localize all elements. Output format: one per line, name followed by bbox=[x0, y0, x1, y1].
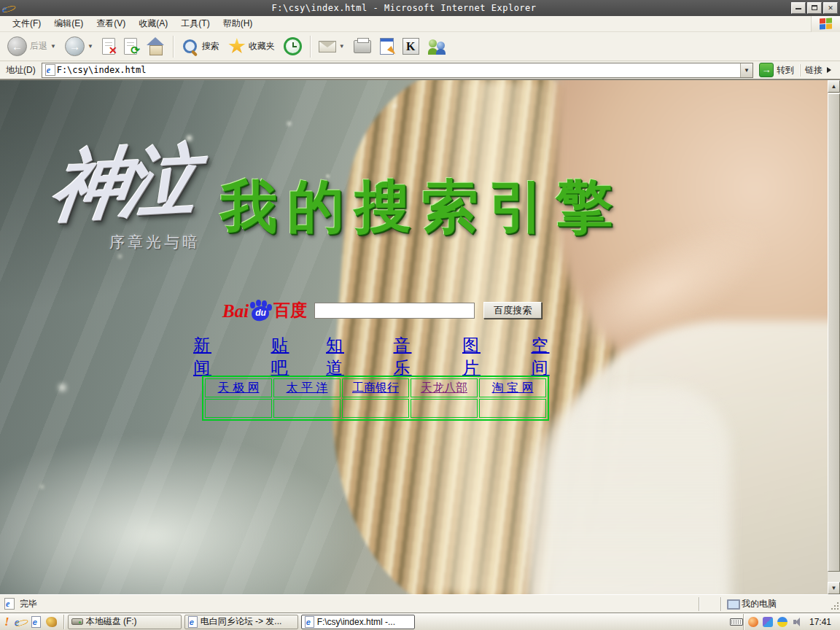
menu-favorites[interactable]: 收藏(A) bbox=[132, 15, 174, 32]
security-zone-pane: 我的电脑 bbox=[720, 597, 830, 611]
toolbar-separator bbox=[310, 36, 311, 58]
nav-link-zhidao[interactable]: 知道 bbox=[326, 334, 362, 379]
go-button[interactable]: → 转到 bbox=[756, 62, 797, 78]
drive-icon bbox=[71, 618, 83, 625]
baidu-search-input[interactable] bbox=[314, 303, 475, 319]
site-link-taobao[interactable]: 淘 宝 网 bbox=[492, 381, 534, 394]
go-arrow-icon: → bbox=[759, 63, 774, 77]
page-scrollbar: ▲ ▼ bbox=[828, 80, 840, 594]
background-fog bbox=[0, 434, 357, 594]
site-link-tianlongbabu[interactable]: 天龙八部 bbox=[421, 381, 467, 394]
refresh-button[interactable]: ⟳ bbox=[121, 36, 140, 56]
window-title: F:\csy\index.html - Microsoft Internet E… bbox=[17, 3, 791, 13]
ie-doc-icon: e bbox=[188, 616, 198, 628]
resize-grip[interactable] bbox=[830, 597, 840, 611]
address-input[interactable] bbox=[57, 64, 740, 77]
scrollbar-thumb[interactable] bbox=[828, 93, 840, 572]
address-bar: 地址(D) e ▼ → 转到 链接 bbox=[0, 61, 840, 80]
scroll-up-icon[interactable]: ▲ bbox=[828, 80, 840, 93]
menu-file[interactable]: 文件(F) bbox=[6, 15, 47, 32]
home-icon bbox=[146, 39, 165, 55]
site-link-icbc[interactable]: 工商银行 bbox=[352, 381, 399, 394]
site-links-table: 天 极 网 太 平 洋 工商银行 天龙八部 淘 宝 网 bbox=[202, 376, 549, 421]
address-dropdown-icon[interactable]: ▼ bbox=[740, 63, 752, 77]
messenger-button[interactable] bbox=[425, 36, 448, 56]
menu-bar: 文件(F) 编辑(E) 查看(V) 收藏(A) 工具(T) 帮助(H) bbox=[0, 16, 840, 32]
stop-button[interactable]: ✕ bbox=[99, 36, 118, 56]
scroll-down-icon[interactable]: ▼ bbox=[828, 582, 840, 594]
menu-edit[interactable]: 编辑(E) bbox=[47, 15, 90, 32]
links-expand-icon bbox=[827, 67, 831, 73]
restore-button[interactable] bbox=[807, 2, 822, 14]
nav-link-space[interactable]: 空间 bbox=[532, 334, 567, 379]
site-link-pconline[interactable]: 太 平 洋 bbox=[287, 381, 328, 394]
address-field: e ▼ bbox=[42, 63, 753, 78]
back-button[interactable]: ← 后退 ▼ bbox=[4, 35, 59, 58]
baidu-search-row: Bai du 百度 百度搜索 bbox=[222, 299, 542, 322]
zone-label: 我的电脑 bbox=[742, 598, 777, 610]
favorites-button[interactable]: 收藏夹 bbox=[225, 36, 278, 56]
favorites-label: 收藏夹 bbox=[249, 40, 275, 52]
menu-tools[interactable]: 工具(T) bbox=[174, 15, 216, 32]
baidu-nav-links: 新闻 贴吧 知道 音乐 图片 空间 bbox=[193, 334, 567, 379]
baidu-cn-text: 百度 bbox=[273, 299, 307, 322]
tray-update-icon[interactable] bbox=[777, 617, 788, 627]
shaiya-logo-subtitle: 序章光与暗 bbox=[109, 232, 201, 252]
menu-help[interactable]: 帮助(H) bbox=[217, 15, 260, 32]
history-button[interactable] bbox=[281, 36, 305, 57]
go-label: 转到 bbox=[777, 64, 794, 77]
baidu-logo[interactable]: Bai du 百度 bbox=[222, 299, 307, 322]
tray-messenger-icon[interactable] bbox=[748, 617, 758, 627]
edit-button[interactable] bbox=[377, 36, 397, 56]
background-sparkles bbox=[0, 80, 2, 82]
menu-view[interactable]: 查看(V) bbox=[90, 15, 132, 32]
quick-launch-app-icon[interactable]: ! bbox=[4, 615, 9, 629]
baidu-bai-text: Bai bbox=[222, 301, 249, 322]
back-label: 后退 bbox=[30, 40, 47, 52]
task-button-index-html[interactable]: e F:\csy\index.html -... bbox=[301, 615, 415, 629]
input-method-keyboard-icon[interactable] bbox=[730, 618, 743, 626]
baidu-du-text: du bbox=[255, 308, 266, 318]
site-link-tianji[interactable]: 天 极 网 bbox=[218, 381, 260, 394]
baidu-paw-icon: du bbox=[249, 300, 271, 322]
status-message-pane: e 完毕 bbox=[0, 597, 699, 611]
taskbar-separator bbox=[63, 615, 64, 629]
titlebar: e F:\csy\index.html - Microsoft Internet… bbox=[0, 0, 840, 16]
quick-launch: ! e e bbox=[1, 615, 61, 629]
volume-icon[interactable] bbox=[792, 617, 802, 627]
search-button[interactable]: 搜索 bbox=[179, 36, 222, 57]
ie-doc-icon: e bbox=[305, 616, 314, 628]
status-ie-icon: e bbox=[4, 598, 15, 610]
baidu-search-button[interactable]: 百度搜索 bbox=[483, 302, 542, 319]
mail-dropdown-icon[interactable]: ▼ bbox=[339, 43, 345, 50]
nav-link-tieba[interactable]: 贴吧 bbox=[271, 334, 307, 379]
nav-link-images[interactable]: 图片 bbox=[462, 334, 498, 379]
forward-dropdown-icon[interactable]: ▼ bbox=[88, 43, 93, 50]
task-button-local-disk[interactable]: 本地磁盘 (F:) bbox=[68, 615, 182, 629]
links-toolbar[interactable]: 链接 bbox=[800, 64, 837, 77]
wps-button[interactable]: K bbox=[400, 36, 422, 56]
quick-launch-ie-doc-icon[interactable]: e bbox=[31, 616, 41, 628]
page-headline: 我的搜索引擎 bbox=[220, 169, 623, 246]
quick-launch-ie-icon[interactable]: e bbox=[15, 616, 26, 628]
taskbar-clock: 17:41 bbox=[806, 617, 834, 627]
forward-button[interactable]: → ▼ bbox=[62, 35, 96, 58]
status-bar: e 完毕 我的电脑 bbox=[0, 594, 840, 612]
nav-link-news[interactable]: 新闻 bbox=[193, 334, 229, 379]
ie-window: e F:\csy\index.html - Microsoft Internet… bbox=[0, 0, 840, 630]
print-button[interactable] bbox=[351, 39, 374, 55]
close-button[interactable]: ✕ bbox=[823, 2, 838, 14]
windows-flag-icon bbox=[820, 18, 832, 29]
home-button[interactable] bbox=[143, 36, 168, 57]
tray-app-icon[interactable] bbox=[763, 617, 773, 627]
mail-button[interactable]: ▼ bbox=[316, 39, 348, 54]
stop-icon: ✕ bbox=[102, 38, 115, 55]
search-icon bbox=[182, 38, 199, 55]
minimize-button[interactable] bbox=[791, 2, 806, 14]
status-progress-pane bbox=[699, 597, 720, 611]
nav-link-music[interactable]: 音乐 bbox=[394, 334, 429, 379]
back-dropdown-icon[interactable]: ▼ bbox=[50, 43, 56, 50]
page-ie-icon: e bbox=[45, 64, 55, 76]
task-button-forum[interactable]: e 电白同乡论坛 -> 发... bbox=[184, 615, 298, 629]
quick-launch-bird-icon[interactable] bbox=[46, 617, 57, 627]
